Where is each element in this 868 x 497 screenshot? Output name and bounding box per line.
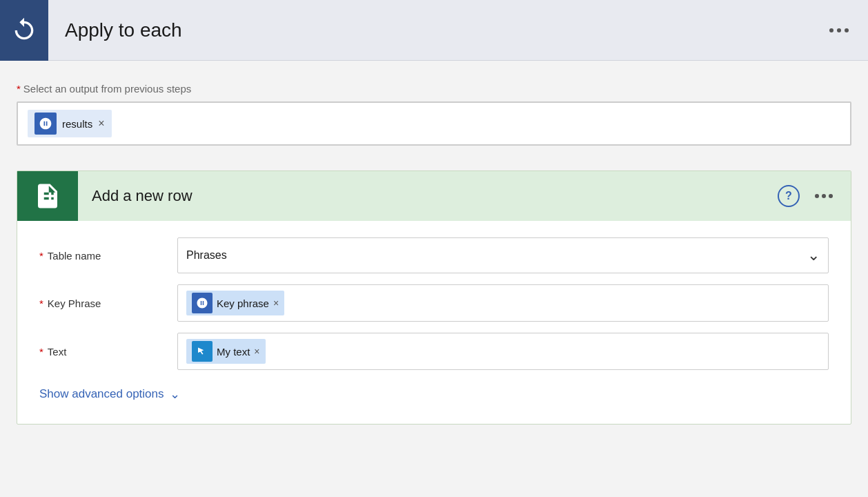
header-icon [0,0,48,61]
key-phrase-label: * Key Phrase [39,298,177,309]
text-field[interactable]: My text × [177,333,829,370]
show-advanced-button[interactable]: Show advanced options ⌄ [39,387,829,402]
action-card-icon [17,171,78,221]
key-phrase-tag-close[interactable]: × [273,298,279,309]
action-card-header: Add a new row ? [17,171,851,221]
help-button[interactable]: ? [778,185,800,207]
show-advanced-label: Show advanced options [39,387,164,401]
dot-a3 [829,194,833,198]
action-card-controls: ? [778,185,851,207]
cursor-icon [196,345,208,358]
key-phrase-tag-label: Key phrase [217,298,269,309]
results-tag[interactable]: results × [28,110,112,137]
key-phrase-required: * [39,298,43,309]
table-name-value: Phrases [186,249,227,262]
text-row: * Text My text × [39,333,829,370]
table-name-label: * Table name [39,250,177,262]
table-name-row: * Table name Phrases ⌄ [39,237,829,273]
key-phrase-tag[interactable]: Key phrase × [186,291,284,315]
results-tag-close[interactable]: × [98,118,104,129]
select-output-section: *Select an output from previous steps re… [17,83,851,146]
dot-a2 [822,194,826,198]
text-required: * [39,346,43,358]
header: Apply to each [0,0,868,61]
action-card: Add a new row ? * Table name [17,170,851,425]
table-name-select[interactable]: Phrases ⌄ [177,237,829,273]
dot-a1 [815,194,819,198]
page-title: Apply to each [65,19,824,41]
table-name-required: * [39,250,43,262]
text-label: * Text [39,346,177,358]
chevron-down-advanced-icon: ⌄ [170,387,180,402]
key-phrase-field[interactable]: Key phrase × [177,284,829,322]
action-more-button[interactable] [811,190,837,202]
dot3 [845,28,849,32]
text-tag[interactable]: My text × [186,339,266,364]
text-tag-close[interactable]: × [254,346,259,357]
key-phrase-tag-icon [192,293,213,313]
select-output-label: *Select an output from previous steps [17,83,851,95]
key-phrase-row: * Key Phrase Key phrase × [39,284,829,322]
required-marker: * [17,83,21,95]
cognitive-icon [39,117,52,130]
main-content: *Select an output from previous steps re… [0,61,868,447]
dot1 [829,28,834,32]
brain-icon [196,297,208,309]
chevron-down-icon: ⌄ [807,246,820,264]
text-tag-label: My text [217,346,250,358]
dot2 [837,28,841,32]
action-card-title: Add a new row [78,187,778,205]
action-card-body: * Table name Phrases ⌄ * Key Phrase [17,221,851,424]
excel-icon [33,182,62,211]
header-more-button[interactable] [824,23,854,38]
loop-icon [10,17,38,44]
select-output-field[interactable]: results × [17,101,851,146]
text-tag-icon [192,341,213,362]
results-tag-icon [34,113,57,135]
results-tag-label: results [62,118,92,130]
